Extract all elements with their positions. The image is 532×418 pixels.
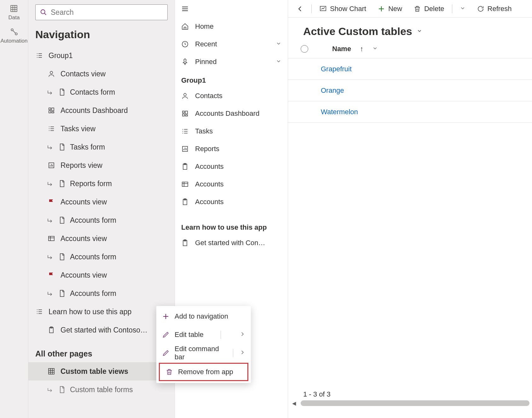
nav-item-accounts-dashboard[interactable]: Accounts Dashboard bbox=[28, 101, 175, 120]
sitemap-item-label: Contacts bbox=[195, 92, 223, 100]
plus-icon bbox=[378, 5, 385, 13]
nav-learn-group[interactable]: Learn how to use this app bbox=[28, 303, 175, 321]
column-name[interactable]: Name bbox=[332, 45, 351, 53]
table-row[interactable]: Watermelon bbox=[288, 101, 532, 123]
refresh-button[interactable]: Refresh bbox=[472, 3, 516, 15]
ctx-edit-command-bar[interactable]: Edit command bar bbox=[156, 344, 251, 362]
nav-item-reports-form[interactable]: Reports form bbox=[28, 174, 175, 193]
sitemap-dashboard[interactable]: Accounts Dashboard bbox=[175, 105, 288, 122]
subtree-icon bbox=[47, 218, 53, 222]
ctx-label: Edit table bbox=[175, 331, 204, 339]
clipboard-icon bbox=[48, 326, 55, 334]
back-button[interactable] bbox=[292, 3, 308, 15]
chevron-right-icon[interactable] bbox=[240, 349, 245, 357]
separator bbox=[233, 349, 233, 357]
sitemap-reports[interactable]: Reports bbox=[175, 140, 288, 158]
sitemap-pinned[interactable]: Pinned bbox=[175, 53, 288, 71]
search-input[interactable] bbox=[51, 8, 163, 17]
nav-item-accounts-view-1[interactable]: Accounts view bbox=[28, 193, 175, 211]
sitemap-accounts-3[interactable]: Accounts bbox=[175, 193, 288, 211]
nav-item-accounts-form-2[interactable]: Accounts form bbox=[28, 248, 175, 266]
navigation-list: Group1 Contacts view Contacts form Accou… bbox=[28, 46, 175, 418]
table-row[interactable]: Orange bbox=[288, 80, 532, 101]
nav-item-tasks-form[interactable]: Tasks form bbox=[28, 138, 175, 156]
nav-other-custom-forms[interactable]: Custom table forms bbox=[28, 380, 175, 399]
nav-item-label: Accounts form bbox=[70, 216, 116, 225]
show-chart-button[interactable]: Show Chart bbox=[315, 3, 371, 15]
ctx-edit-table[interactable]: Edit table bbox=[156, 326, 251, 344]
person-icon bbox=[48, 70, 55, 78]
chevron-down-icon[interactable] bbox=[276, 40, 281, 48]
nav-item-label: Reports view bbox=[61, 161, 102, 170]
flag-icon bbox=[48, 271, 55, 279]
nav-other-label: Custom table forms bbox=[70, 386, 133, 394]
sort-asc-icon[interactable]: ↑ bbox=[360, 45, 363, 53]
report-icon bbox=[181, 145, 189, 153]
nav-getstarted[interactable]: Get started with Contoso… bbox=[28, 321, 175, 339]
search-box[interactable] bbox=[35, 4, 168, 20]
nav-item-accounts-form-1[interactable]: Accounts form bbox=[28, 211, 175, 229]
nav-item-label: Contacts form bbox=[70, 88, 115, 97]
row-link[interactable]: Watermelon bbox=[321, 108, 358, 116]
hamburger-icon[interactable] bbox=[181, 5, 189, 13]
row-link[interactable]: Grapefruit bbox=[321, 65, 352, 73]
ctx-add-to-navigation[interactable]: Add to navigation bbox=[156, 307, 251, 326]
row-link[interactable]: Orange bbox=[321, 86, 344, 95]
nav-item-accounts-form-3[interactable]: Accounts form bbox=[28, 284, 175, 303]
subtree-icon bbox=[47, 145, 53, 149]
chart-icon bbox=[319, 5, 327, 13]
column-dropdown[interactable] bbox=[372, 45, 378, 53]
command-bar: Show Chart New Delete Refresh bbox=[288, 0, 532, 18]
nav-item-contacts-form[interactable]: Contacts form bbox=[28, 83, 175, 101]
view-dropdown[interactable] bbox=[417, 28, 422, 35]
sitemap-tasks[interactable]: Tasks bbox=[175, 122, 288, 140]
scrollbar-thumb[interactable] bbox=[301, 400, 529, 406]
delete-button[interactable]: Delete bbox=[409, 3, 449, 15]
scroll-left-arrow[interactable]: ◀ bbox=[290, 400, 298, 406]
sitemap-home-label: Home bbox=[195, 22, 214, 31]
horizontal-scrollbar[interactable]: ◀ bbox=[288, 399, 532, 407]
page-icon bbox=[58, 216, 66, 224]
rail-automation[interactable]: Automation bbox=[1, 28, 28, 44]
context-menu: Add to navigation Edit table Edit comman… bbox=[156, 306, 251, 383]
chevron-right-icon[interactable] bbox=[240, 331, 245, 339]
sitemap-item-label: Accounts bbox=[195, 162, 224, 171]
search-icon bbox=[40, 9, 47, 16]
nav-item-accounts-view-2[interactable]: Accounts view bbox=[28, 229, 175, 248]
table-row[interactable]: Grapefruit bbox=[288, 58, 532, 80]
ctx-label: Remove from app bbox=[178, 368, 233, 376]
sitemap-accounts-1[interactable]: Accounts bbox=[175, 158, 288, 175]
person-icon bbox=[181, 92, 189, 100]
back-icon bbox=[296, 5, 304, 13]
sitemap-recent[interactable]: Recent bbox=[175, 35, 288, 53]
pin-icon bbox=[181, 58, 189, 66]
page-icon bbox=[58, 143, 66, 151]
chevron-down-icon[interactable] bbox=[276, 58, 281, 66]
sitemap-home[interactable]: Home bbox=[175, 18, 288, 35]
nav-item-label: Accounts form bbox=[70, 253, 116, 261]
table-icon bbox=[48, 235, 55, 242]
sitemap-contacts[interactable]: Contacts bbox=[175, 87, 288, 105]
nav-item-accounts-view-3[interactable]: Accounts view bbox=[28, 266, 175, 284]
nav-group1-label: Group1 bbox=[49, 51, 73, 60]
clipboard-icon bbox=[181, 198, 189, 206]
nav-getstarted-label: Get started with Contoso… bbox=[61, 326, 147, 334]
select-all-checkbox[interactable] bbox=[301, 45, 308, 53]
nav-item-reports-view[interactable]: Reports view bbox=[28, 156, 175, 174]
grid-icon bbox=[10, 4, 18, 13]
subtree-icon bbox=[47, 255, 53, 259]
nav-item-tasks-view[interactable]: Tasks view bbox=[28, 120, 175, 138]
sitemap-accounts-2[interactable]: Accounts bbox=[175, 175, 288, 193]
dashboard-icon bbox=[48, 107, 55, 114]
svg-rect-0 bbox=[11, 5, 17, 12]
delete-dropdown[interactable] bbox=[455, 3, 470, 15]
nav-other-custom-views[interactable]: Custom table views ··· bbox=[28, 362, 175, 380]
sitemap-getstarted[interactable]: Get started with Con… bbox=[175, 234, 288, 252]
ctx-remove-from-app[interactable]: Remove from app bbox=[159, 363, 248, 381]
ctx-label: Edit command bar bbox=[175, 345, 228, 361]
nav-group1[interactable]: Group1 bbox=[28, 46, 175, 65]
subtree-icon bbox=[47, 181, 53, 186]
new-button[interactable]: New bbox=[373, 3, 407, 15]
rail-data[interactable]: Data bbox=[9, 4, 20, 21]
nav-item-contacts-view[interactable]: Contacts view bbox=[28, 65, 175, 83]
